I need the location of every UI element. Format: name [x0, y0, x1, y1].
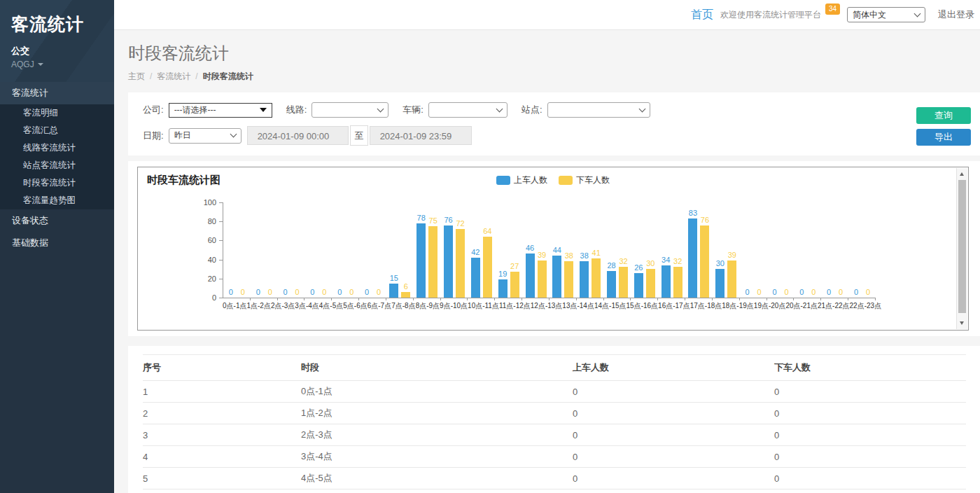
- bar-chart: 0204060801000000000000001567875767242641…: [138, 202, 954, 325]
- x-axis-label: 19点-20点: [754, 301, 786, 311]
- bar-column-boarding: 0: [825, 288, 834, 298]
- bar-value-label: 39: [728, 251, 736, 259]
- triangle-down-icon: [260, 108, 267, 112]
- notification-badge[interactable]: 34: [825, 4, 840, 15]
- sidebar-subitem-客流明细[interactable]: 客流明细: [0, 104, 114, 122]
- bar-group-22点-23点: 00: [821, 202, 848, 298]
- filter-panel: 公司: ---请选择--- 线路: 车辆:: [128, 92, 980, 155]
- table-cell: 4: [143, 446, 301, 468]
- station-select[interactable]: [547, 102, 650, 118]
- nav-home-link[interactable]: 首页: [691, 8, 713, 22]
- bar-alighting: [456, 229, 465, 298]
- sidebar-subitem-站点客流统计[interactable]: 站点客流统计: [0, 157, 114, 174]
- bar-column-boarding: 44: [552, 246, 561, 298]
- bar-alighting: [673, 267, 682, 298]
- legend-label: 上车人数: [514, 174, 547, 186]
- x-axis-label: 20点-21点: [785, 301, 818, 311]
- bar-value-label: 0: [799, 288, 804, 296]
- bar-boarding: [607, 271, 616, 298]
- vehicle-select[interactable]: [428, 102, 507, 118]
- legend-item-下车人数[interactable]: 下车人数: [559, 174, 610, 186]
- date-preset-value: 昨日: [174, 130, 191, 141]
- bar-column-alighting: 32: [619, 257, 628, 298]
- bar-value-label: 44: [553, 246, 561, 254]
- bar-alighting: [538, 261, 547, 298]
- company-select[interactable]: ---请选择---: [169, 103, 272, 118]
- sidebar-subitem-时段客流统计[interactable]: 时段客流统计: [0, 174, 114, 192]
- table-cell: 0: [774, 381, 966, 403]
- bar-value-label: 6: [404, 282, 408, 291]
- bar-boarding: [552, 256, 561, 298]
- sidebar-item-设备状态[interactable]: 设备状态: [0, 209, 114, 232]
- date-preset-select[interactable]: 昨日: [169, 128, 241, 144]
- sidebar-subitem-线路客流统计[interactable]: 线路客流统计: [0, 139, 114, 157]
- bar-group-9点-10点: 4264: [468, 202, 495, 298]
- table-cell: 4点-5点: [301, 468, 573, 489]
- bar-value-label: 34: [662, 256, 670, 264]
- bar-boarding: [715, 269, 724, 298]
- x-axis-label: 13点-14点: [562, 301, 594, 311]
- language-select[interactable]: 简体中文: [847, 7, 925, 22]
- bar-value-label: 32: [619, 257, 627, 265]
- bar-column-alighting: 0: [863, 288, 872, 298]
- export-button[interactable]: 导出: [916, 129, 971, 146]
- bar-value-label: 0: [839, 288, 843, 296]
- table-cell: 0: [573, 424, 774, 446]
- chart-box: 时段车流统计图 上车人数下车人数 02040608010000000000000…: [137, 167, 969, 331]
- table-row: 32点-3点00: [143, 424, 966, 446]
- scroll-up-icon[interactable]: [960, 172, 964, 176]
- breadcrumb-item[interactable]: 主页: [128, 71, 145, 81]
- bar-group-23点-24点: 00: [848, 202, 876, 298]
- org-code-label: AQGJ: [11, 60, 34, 69]
- legend-label: 下车人数: [576, 174, 610, 186]
- legend-item-上车人数[interactable]: 上车人数: [496, 174, 547, 186]
- bar-column-alighting: 38: [564, 251, 573, 298]
- bar-boarding: [471, 258, 480, 298]
- bar-group-21点-22点: 00: [794, 202, 821, 298]
- vehicle-label: 车辆:: [402, 104, 424, 116]
- y-axis-tick-label: 40: [138, 256, 216, 264]
- sidebar-subitem-客流汇总[interactable]: 客流汇总: [0, 122, 114, 139]
- line-select[interactable]: [312, 102, 388, 118]
- bar-value-label: 19: [498, 270, 507, 278]
- table-row: 21点-2点00: [143, 403, 966, 424]
- plot-area: 0000000000001567875767242641927463944383…: [223, 202, 876, 298]
- bar-boarding: [416, 223, 426, 298]
- bar-group-16点-17点: 3432: [658, 202, 685, 298]
- bar-boarding: [526, 254, 535, 298]
- bar-column-alighting: 0: [809, 288, 818, 298]
- bar-value-label: 0: [256, 288, 260, 296]
- org-code-dropdown[interactable]: AQGJ: [11, 60, 103, 69]
- x-axis-label: 21点-22点: [818, 301, 850, 311]
- table-cell: 1: [143, 381, 301, 403]
- scroll-down-icon[interactable]: [960, 321, 964, 325]
- sidebar-item-基础数据[interactable]: 基础数据: [0, 232, 114, 254]
- query-button[interactable]: 查询: [916, 107, 971, 124]
- bar-value-label: 0: [757, 288, 762, 296]
- bar-boarding: [634, 273, 643, 298]
- hourly-flow-table: 序号时段上车人数下车人数10点-1点0021点-2点0032点-3点0043点-…: [143, 354, 966, 493]
- bar-column-boarding: 0: [797, 288, 806, 298]
- table-cell: 0: [573, 446, 774, 468]
- date-to-input[interactable]: 2024-01-09 23:59: [370, 126, 472, 145]
- sidebar-subitem-客流量趋势图[interactable]: 客流量趋势图: [0, 192, 114, 209]
- sidebar-item-客流统计[interactable]: 客流统计: [0, 82, 114, 104]
- logout-link[interactable]: 退出登录: [938, 8, 974, 21]
- x-axis-label: 5点-6点: [343, 301, 367, 311]
- breadcrumb-item: 时段客流统计: [203, 71, 253, 81]
- scrollbar-thumb[interactable]: [958, 180, 966, 313]
- company-field: 公司: ---请选择---: [143, 103, 272, 118]
- bar-column-boarding: 0: [226, 288, 235, 298]
- table-cell: 5点-6点: [301, 489, 573, 493]
- breadcrumb-item[interactable]: 客流统计: [157, 71, 190, 81]
- bar-value-label: 0: [295, 288, 300, 296]
- chart-vertical-scrollbar[interactable]: [956, 168, 967, 329]
- bar-column-alighting: 32: [673, 257, 682, 298]
- page-title: 时段客流统计: [128, 30, 980, 64]
- table-cell: 3: [143, 424, 301, 446]
- y-axis-tick-label: 20: [138, 275, 216, 283]
- date-from-input[interactable]: 2024-01-09 00:00: [247, 126, 349, 145]
- bar-value-label: 0: [268, 288, 272, 296]
- bar-column-alighting: 64: [483, 227, 492, 298]
- bar-value-label: 38: [580, 251, 589, 260]
